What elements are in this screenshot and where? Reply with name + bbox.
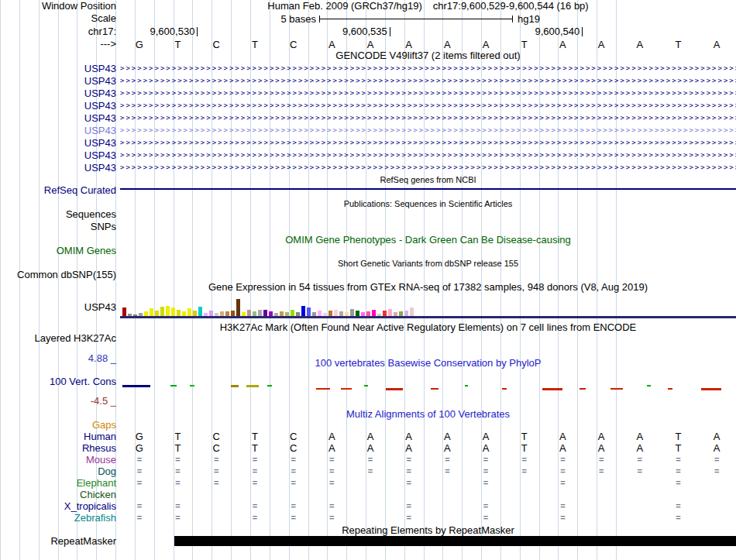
phylop-title: 100 vertebrates Basewise Conservation by… [120, 358, 736, 369]
species-label[interactable]: Rhesus [0, 442, 116, 454]
gtex-gene-label[interactable]: USP43 [0, 302, 116, 313]
gene-row[interactable]: USP43>>>>>>>>>>>>>>>>>>>>>>>>>>>>>>>>>>>… [0, 112, 736, 124]
gene-row[interactable]: USP43>>>>>>>>>>>>>>>>>>>>>>>>>>>>>>>>>>>… [0, 149, 736, 161]
conservation-mark [668, 388, 672, 390]
refseq-gene-line[interactable] [120, 188, 736, 190]
alignment-row[interactable]: Zebrafish========= [0, 512, 736, 524]
gtex-gene-line [120, 316, 736, 318]
cons-track[interactable] [120, 381, 736, 393]
alignment-gap-mark: = [214, 477, 218, 489]
base-letter: T [675, 39, 681, 50]
refseq-curated-label[interactable]: RefSeq Curated [0, 185, 116, 196]
gaps-label[interactable]: Gaps [0, 420, 116, 431]
alignment-gap-mark: = [175, 454, 180, 466]
gene-label[interactable]: USP43 [0, 100, 116, 112]
alignment-gap-mark: = [714, 466, 719, 477]
gene-arrow-line: >>>>>>>>>>>>>>>>>>>>>>>>>>>>>>>>>>>>>>>>… [120, 75, 736, 87]
aligned-base: T [175, 431, 181, 442]
alignment-gap-mark: = [175, 466, 180, 477]
gene-label[interactable]: USP43 [0, 125, 116, 136]
gene-label[interactable]: USP43 [0, 137, 116, 149]
alignment-gap-mark: = [214, 454, 218, 466]
alignment-row[interactable]: X_tropicalis========= [0, 500, 736, 512]
sequences-label[interactable]: Sequences [0, 209, 116, 220]
alignment-gap-mark: = [560, 500, 565, 512]
species-label[interactable]: Zebrafish [0, 512, 116, 524]
strand-arrow-label: ---> [0, 39, 116, 50]
scale-bar-line [319, 19, 512, 19]
alignment-row[interactable]: Mouse================ [0, 454, 736, 466]
scale-bar-label: 5 bases [280, 13, 316, 25]
species-label[interactable]: Mouse [0, 454, 116, 466]
gencode-title: GENCODE V49lift37 (2 items filtered out) [120, 50, 736, 61]
aligned-base: A [328, 431, 335, 442]
base-letter: A [636, 39, 643, 50]
gene-row[interactable]: USP43>>>>>>>>>>>>>>>>>>>>>>>>>>>>>>>>>>>… [0, 137, 736, 149]
aligned-base: A [598, 431, 605, 442]
species-label[interactable]: Human [0, 431, 116, 442]
alignment-gap-mark: = [638, 466, 642, 477]
conservation-mark [122, 385, 150, 387]
aligned-base: C [290, 431, 297, 442]
alignment-gap-mark: = [676, 512, 680, 524]
species-label[interactable]: X_tropicalis [0, 500, 116, 512]
alignment-gap-mark: = [522, 466, 527, 477]
alignment-cells: GTCTCAAAAATAAATA [120, 431, 736, 442]
dbsnp-label[interactable]: Common dbSNP(155) [0, 270, 116, 280]
cons-label[interactable]: 100 Vert. Cons [0, 376, 116, 387]
alignment-row[interactable]: Elephant========== [0, 477, 736, 489]
chrom-label: chr17: [0, 26, 116, 37]
gene-label[interactable]: USP43 [0, 63, 116, 74]
gene-row[interactable]: USP43>>>>>>>>>>>>>>>>>>>>>>>>>>>>>>>>>>>… [0, 125, 736, 136]
alignment-gap-mark: = [368, 466, 373, 477]
snps-label[interactable]: SNPs [0, 222, 116, 232]
gene-row[interactable]: USP43>>>>>>>>>>>>>>>>>>>>>>>>>>>>>>>>>>>… [0, 162, 736, 173]
alignment-gap-mark: = [560, 477, 565, 489]
scale-label: Scale [0, 13, 116, 24]
alignment-gap-mark: = [406, 500, 411, 512]
coordinate-tick [197, 27, 198, 36]
scale-track: 5 bases hg19 [120, 13, 736, 25]
gene-row[interactable]: USP43>>>>>>>>>>>>>>>>>>>>>>>>>>>>>>>>>>>… [0, 75, 736, 87]
gene-label[interactable]: USP43 [0, 149, 116, 161]
alignment-gap-mark: = [137, 512, 142, 524]
alignment-gap-mark: = [137, 477, 142, 489]
aligned-base: A [483, 442, 490, 454]
gene-label[interactable]: USP43 [0, 112, 116, 124]
alignment-row[interactable]: HumanGTCTCAAAAATAAATA [0, 431, 736, 442]
repeatmasker-label[interactable]: RepeatMasker [0, 536, 116, 547]
gene-row[interactable]: USP43>>>>>>>>>>>>>>>>>>>>>>>>>>>>>>>>>>>… [0, 63, 736, 74]
base-letter: T [175, 39, 181, 50]
aligned-base: T [521, 442, 528, 454]
alignment-gap-mark: = [291, 512, 295, 524]
alignment-gap-mark: = [253, 512, 257, 524]
gtex-bars[interactable] [122, 295, 418, 317]
base-letter: A [714, 39, 721, 50]
repeat-element-bar[interactable] [174, 536, 736, 546]
aligned-base: A [444, 442, 451, 454]
coordinate-label: 9,600,540 [535, 26, 580, 36]
alignment-gap-mark: = [253, 500, 257, 512]
h3k27ac-label[interactable]: Layered H3K27Ac [0, 333, 116, 344]
species-label[interactable]: Chicken [0, 489, 116, 500]
alignment-gap-mark: = [329, 500, 334, 512]
alignment-row[interactable]: Chicken [0, 489, 736, 500]
alignment-gap-mark: = [676, 500, 680, 512]
alignment-gap-mark: = [175, 477, 180, 489]
alignment-gap-mark: = [638, 454, 642, 466]
species-label[interactable]: Elephant [0, 477, 116, 489]
gene-label[interactable]: USP43 [0, 162, 116, 173]
sequence-track: GTCTCAAAAATAAATA [120, 39, 736, 50]
conservation-mark [316, 388, 330, 390]
alignment-row[interactable]: RhesusGTCTCAAAAATAAATA [0, 442, 736, 454]
publications-title: Publications: Sequences in Scientific Ar… [120, 198, 736, 209]
base-letter: A [483, 39, 490, 50]
gene-label[interactable]: USP43 [0, 75, 116, 87]
gene-label[interactable]: USP43 [0, 88, 116, 99]
gene-row[interactable]: USP43>>>>>>>>>>>>>>>>>>>>>>>>>>>>>>>>>>>… [0, 88, 736, 99]
aligned-base: T [521, 431, 528, 442]
omim-genes-label[interactable]: OMIM Genes [0, 246, 116, 256]
gene-row[interactable]: USP43>>>>>>>>>>>>>>>>>>>>>>>>>>>>>>>>>>>… [0, 100, 736, 112]
species-label[interactable]: Dog [0, 466, 116, 477]
alignment-row[interactable]: Dog================ [0, 466, 736, 477]
